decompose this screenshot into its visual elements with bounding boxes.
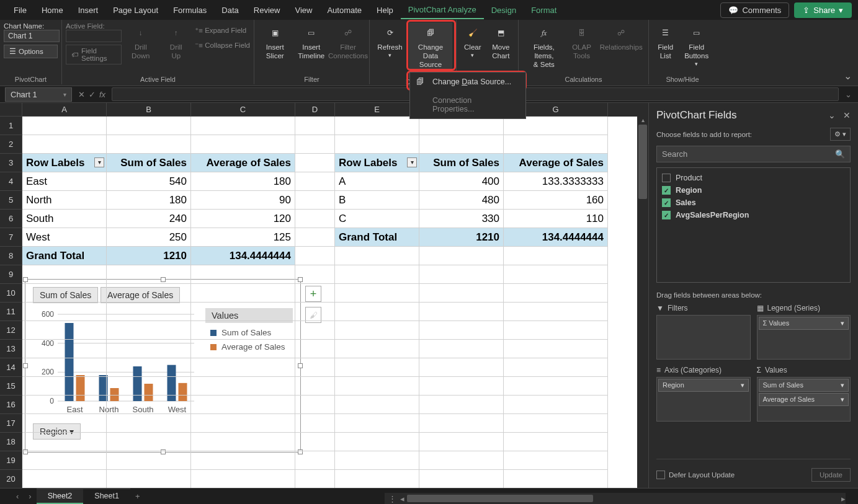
update-button[interactable]: Update bbox=[811, 468, 851, 482]
field-list-button[interactable]: ☰Field List bbox=[653, 22, 678, 63]
row-header-7[interactable]: 7 bbox=[0, 228, 22, 247]
column-header-C[interactable]: C bbox=[191, 103, 295, 117]
menu-pivotchart-analyze[interactable]: PivotChart Analyze bbox=[401, 1, 484, 19]
cell-G5[interactable]: 160 bbox=[504, 191, 608, 210]
field-buttons-button[interactable]: ▭Field Buttons▾ bbox=[681, 22, 712, 69]
row-header-5[interactable]: 5 bbox=[0, 191, 22, 210]
chart-name-input[interactable] bbox=[4, 30, 60, 42]
menu-page-layout[interactable]: Page Layout bbox=[105, 2, 166, 19]
cell-B3[interactable]: Sum of Sales bbox=[107, 154, 191, 172]
cell-F6[interactable]: 330 bbox=[419, 210, 504, 228]
cell-G7[interactable]: 134.4444444 bbox=[504, 228, 608, 247]
row-header-9[interactable]: 9 bbox=[0, 265, 22, 284]
horizontal-scrollbar[interactable]: ⋮◂ ▸ bbox=[385, 493, 846, 504]
row-labels-filter-2[interactable]: ▾ bbox=[407, 157, 417, 167]
cell-A6[interactable]: South bbox=[22, 210, 107, 228]
menu-file[interactable]: File bbox=[6, 2, 34, 19]
row-header-19[interactable]: 19 bbox=[0, 451, 22, 470]
insert-timeline-button[interactable]: ▭Insert Timeline bbox=[295, 22, 329, 63]
field-sales[interactable]: Sales bbox=[661, 197, 846, 209]
axis-dropzone[interactable]: Region▾ bbox=[656, 377, 751, 422]
cell-G4[interactable]: 133.3333333 bbox=[504, 172, 608, 191]
ribbon-collapse-button[interactable]: ⌄ bbox=[844, 70, 852, 82]
name-box[interactable]: Chart 1 ▾ bbox=[5, 87, 72, 102]
row-header-8[interactable]: 8 bbox=[0, 247, 22, 265]
row-header-15[interactable]: 15 bbox=[0, 377, 22, 396]
cancel-icon[interactable]: ✕ bbox=[78, 90, 85, 99]
tab-prev-button[interactable]: ‹ bbox=[11, 489, 24, 503]
area-tag-sum-of-sales[interactable]: Sum of Sales▾ bbox=[759, 379, 849, 392]
cell-A4[interactable]: East bbox=[22, 172, 107, 191]
area-tag-values[interactable]: Σ Values▾ bbox=[759, 317, 849, 330]
cell-F7[interactable]: 1210 bbox=[419, 228, 504, 247]
clear-button[interactable]: 🧹Clear▾ bbox=[460, 22, 485, 61]
menu-help[interactable]: Help bbox=[369, 2, 401, 19]
cell-F4[interactable]: 400 bbox=[419, 172, 504, 191]
row-header-16[interactable]: 16 bbox=[0, 396, 22, 414]
menu-design[interactable]: Design bbox=[484, 2, 524, 19]
select-all-corner[interactable] bbox=[0, 103, 22, 117]
enter-icon[interactable]: ✓ bbox=[89, 90, 96, 99]
cell-B6[interactable]: 240 bbox=[107, 210, 191, 228]
cell-C3[interactable]: Average of Sales bbox=[191, 154, 295, 172]
area-tag-average-of-sales[interactable]: Average of Sales▾ bbox=[759, 393, 849, 406]
move-chart-button[interactable]: ⬒Move Chart bbox=[488, 22, 514, 63]
field-list[interactable]: ProductRegionSalesAvgSalesPerRegion bbox=[656, 167, 851, 283]
cell-E7[interactable]: Grand Total bbox=[335, 228, 419, 247]
cell-B8[interactable]: 1210 bbox=[107, 247, 191, 265]
values-dropzone[interactable]: Sum of Sales▾Average of Sales▾ bbox=[757, 377, 851, 422]
row-header-10[interactable]: 10 bbox=[0, 284, 22, 303]
menu-data[interactable]: Data bbox=[214, 2, 246, 19]
close-icon[interactable]: ✕ bbox=[843, 110, 851, 120]
vertical-scrollbar[interactable]: ▴ bbox=[637, 117, 648, 488]
row-header-14[interactable]: 14 bbox=[0, 358, 22, 377]
menu-home[interactable]: Home bbox=[34, 2, 71, 19]
row-header-20[interactable]: 20 bbox=[0, 470, 22, 488]
row-header-11[interactable]: 11 bbox=[0, 303, 22, 321]
row-header-4[interactable]: 4 bbox=[0, 172, 22, 191]
cell-C4[interactable]: 180 bbox=[191, 172, 295, 191]
column-header-D[interactable]: D bbox=[295, 103, 335, 117]
tab-next-button[interactable]: › bbox=[24, 489, 36, 503]
new-sheet-button[interactable]: + bbox=[130, 489, 145, 503]
cell-B4[interactable]: 540 bbox=[107, 172, 191, 191]
field-product[interactable]: Product bbox=[661, 172, 846, 184]
cell-E6[interactable]: C bbox=[335, 210, 419, 228]
menu-automate[interactable]: Automate bbox=[320, 2, 369, 19]
sheet-tab-sheet2[interactable]: Sheet2 bbox=[37, 489, 84, 504]
cell-E5[interactable]: B bbox=[335, 191, 419, 210]
cell-A7[interactable]: West bbox=[22, 228, 107, 247]
field-region[interactable]: Region bbox=[661, 184, 846, 197]
row-header-13[interactable]: 13 bbox=[0, 340, 22, 358]
fx-icon[interactable]: fx bbox=[99, 90, 105, 99]
cell-F5[interactable]: 480 bbox=[419, 191, 504, 210]
search-input[interactable]: Search 🔍 bbox=[656, 146, 851, 162]
cell-C5[interactable]: 90 bbox=[191, 191, 295, 210]
cell-C7[interactable]: 125 bbox=[191, 228, 295, 247]
menu-formulas[interactable]: Formulas bbox=[166, 2, 214, 19]
menu-review[interactable]: Review bbox=[246, 2, 288, 19]
field-avgsalesperregion[interactable]: AvgSalesPerRegion bbox=[661, 209, 846, 221]
fields-items-sets-button[interactable]: 𝑓𝑥Fields, Items, & Sets bbox=[522, 22, 566, 71]
cell-B7[interactable]: 250 bbox=[107, 228, 191, 247]
refresh-button[interactable]: ⟳Refresh▾ bbox=[373, 22, 406, 61]
formula-expand-icon[interactable]: ⌄ bbox=[839, 90, 858, 99]
menu-insert[interactable]: Insert bbox=[71, 2, 106, 19]
row-header-12[interactable]: 12 bbox=[0, 321, 22, 340]
filters-dropzone[interactable] bbox=[656, 315, 751, 360]
cell-F3[interactable]: Sum of Sales bbox=[419, 154, 504, 172]
row-header-3[interactable]: 3 bbox=[0, 154, 22, 172]
cell-B5[interactable]: 180 bbox=[107, 191, 191, 210]
chevron-down-icon[interactable]: ⌄ bbox=[828, 110, 836, 120]
column-header-A[interactable]: A bbox=[22, 103, 107, 117]
row-header-6[interactable]: 6 bbox=[0, 210, 22, 228]
tools-button[interactable]: ⚙▾ bbox=[830, 128, 851, 141]
row-header-17[interactable]: 17 bbox=[0, 414, 22, 433]
options-button[interactable]: ☰ Options bbox=[4, 45, 58, 58]
change-data-source-button[interactable]: 🗐Change Data Source▾ bbox=[409, 22, 452, 78]
share-button[interactable]: ⇪ Share ▾ bbox=[794, 2, 852, 18]
row-header-2[interactable]: 2 bbox=[0, 135, 22, 154]
sheet-tab-sheet1[interactable]: Sheet1 bbox=[83, 489, 130, 504]
cell-G6[interactable]: 110 bbox=[504, 210, 608, 228]
row-labels-filter-1[interactable]: ▾ bbox=[94, 157, 104, 167]
